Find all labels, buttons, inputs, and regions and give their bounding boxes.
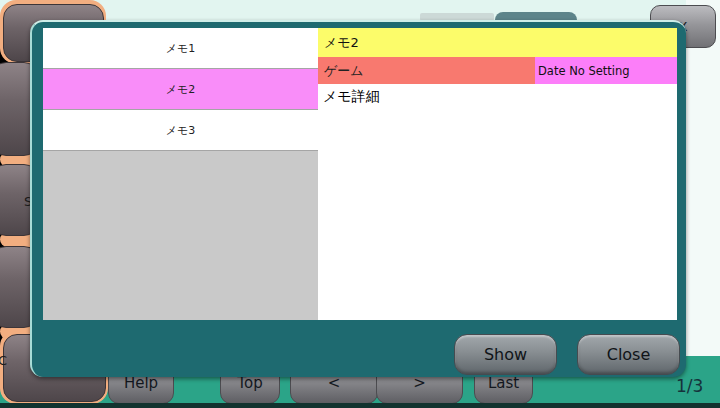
sidebar-button-5-label: C [0,353,7,368]
memo-list: メモ1 メモ2 メモ3 [43,28,318,320]
background-right-column [684,0,720,403]
show-button[interactable]: Show [454,334,557,375]
show-button-label: Show [484,345,527,364]
memo-date-status: Date No Setting [535,57,677,84]
app-screen: S C Help Top < > Last 1/3 X メモ1 メモ2 メモ3 … [0,0,720,408]
memo-detail-panel: メモ2 ゲーム Date No Setting メモ詳細 [318,28,677,320]
memo-detail-meta: ゲーム Date No Setting [318,57,677,84]
screen-bottom-edge [0,403,720,408]
memo-detail-body: メモ詳細 [318,84,677,320]
memo-list-item[interactable]: メモ1 [43,28,318,69]
memo-list-item[interactable]: メモ2 [43,69,318,110]
memo-dialog: メモ1 メモ2 メモ3 メモ2 ゲーム Date No Setting メモ詳細… [30,20,686,377]
memo-list-empty-area [43,151,318,320]
close-button-label: Close [607,345,651,364]
memo-detail-title: メモ2 [318,28,677,57]
page-indicator: 1/3 [676,376,703,396]
close-button[interactable]: Close [577,334,680,375]
memo-category: ゲーム [318,57,535,84]
memo-list-item[interactable]: メモ3 [43,110,318,151]
